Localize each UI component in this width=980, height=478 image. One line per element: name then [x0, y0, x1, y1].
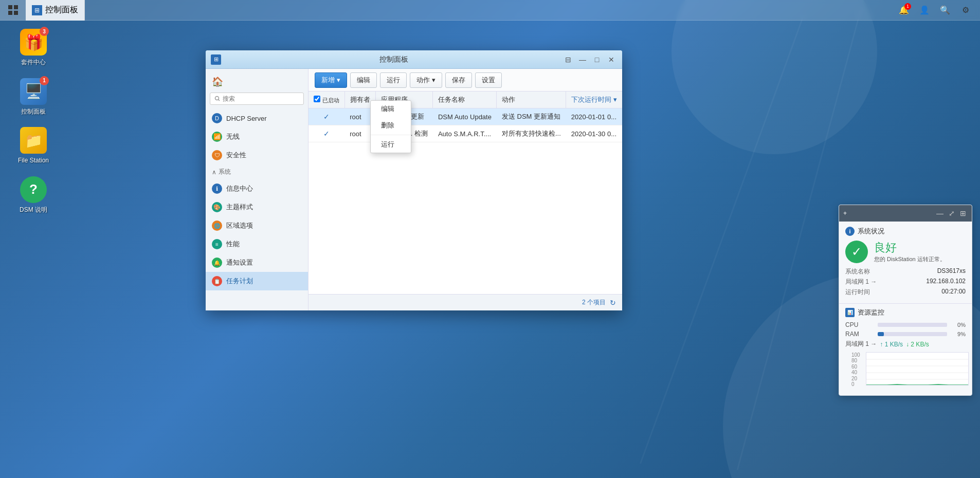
package-center-icon: 🎁 3	[20, 29, 47, 56]
network-label: 局域网 1 →	[845, 340, 877, 348]
desktop-icon-dsm-help[interactable]: ? DSM 说明	[10, 173, 57, 217]
sidebar-item-notification[interactable]: 🔔 通知设置	[206, 253, 308, 272]
resource-monitor-header: 📊 资源监控	[845, 308, 966, 317]
sidebar-item-theme[interactable]: 🎨 主题样式	[206, 198, 308, 216]
col-next-run-label: 下次运行时间 ▾	[571, 96, 617, 103]
row1-task-cell: DSM Auto Update	[433, 108, 497, 125]
cpu-row: CPU 0%	[845, 321, 966, 328]
notification-button[interactable]: 🔔 1	[896, 2, 912, 19]
row2-action-cell: 对所有支持快速检...	[497, 125, 566, 142]
window-close-button[interactable]: ✕	[606, 54, 617, 65]
taskbar-control-panel[interactable]: ⊞ 控制面板	[26, 0, 85, 21]
desktop-icons-area: 🎁 3 套件中心 🖥️ 1 控制面板 📁 File Station ?	[10, 26, 57, 217]
system-status-widget: + — ⤢ ⊞ i 系统状况 ✓ 良好 您的 DiskStation 运转正常。	[839, 205, 972, 396]
widget-settings-button[interactable]: ⊞	[958, 209, 968, 217]
status-row-sysname: 系统名称 DS3617xs	[845, 267, 966, 276]
bg-decoration	[672, 0, 877, 154]
ram-row: RAM 9%	[845, 330, 966, 338]
taskbar-right: 🔔 1 👤 🔍 ⚙	[896, 2, 980, 19]
sidebar-item-wireless[interactable]: 📶 无线	[206, 127, 308, 146]
new-label: 新增	[321, 76, 335, 85]
apps-grid-button[interactable]	[0, 0, 26, 21]
row2-checkmark: ✓	[323, 130, 330, 138]
sidebar-item-task-scheduler[interactable]: 📋 任务计划	[206, 272, 308, 290]
context-menu: 编辑 删除 运行	[370, 100, 411, 153]
network-chart-svg	[866, 352, 969, 385]
wireless-icon: 📶	[212, 132, 222, 142]
options-button[interactable]: ⚙	[957, 2, 974, 19]
apps-grid-icon	[8, 5, 18, 15]
security-label: 安全性	[226, 151, 246, 160]
row1-task: DSM Auto Update	[438, 113, 492, 121]
performance-label: 性能	[226, 240, 240, 249]
col-header-next-run[interactable]: 下次运行时间 ▾	[566, 91, 622, 108]
settings-label: 设置	[482, 76, 495, 85]
edit-label: 编辑	[357, 76, 370, 85]
context-menu-delete[interactable]: 删除	[371, 117, 411, 134]
row1-action-cell: 发送 DSM 更新通知	[497, 108, 566, 125]
table-row[interactable]: ✓ root S.M.A.R.T. 检测 Auto S.M.A.R.T....	[308, 125, 622, 142]
desktop-icon-control-panel[interactable]: 🖥️ 1 控制面板	[10, 75, 57, 119]
sidebar-item-security[interactable]: 🛡 安全性	[206, 146, 308, 164]
col-owner-label: 拥有者	[350, 96, 370, 103]
resource-monitor-section: 📊 资源监控 CPU 0% RAM 9% 局域网 1	[839, 304, 972, 395]
action-dropdown-icon: ▾	[432, 76, 435, 84]
network-chart: 100 80 60 40 20 0	[845, 350, 966, 391]
dsm-help-icon: ?	[20, 176, 47, 203]
desktop-icon-package-center[interactable]: 🎁 3 套件中心	[10, 26, 57, 70]
save-label: 保存	[452, 76, 465, 85]
sidebar-item-region[interactable]: 🌐 区域选项	[206, 216, 308, 235]
sysname-value: DS3617xs	[937, 267, 966, 276]
theme-icon: 🎨	[212, 202, 222, 212]
action-button[interactable]: 动作 ▾	[410, 72, 442, 88]
control-panel-icon: 🖥️ 1	[20, 78, 47, 105]
search-button[interactable]: 🔍	[937, 2, 953, 19]
sidebar-item-info-center[interactable]: ℹ 信息中心	[206, 179, 308, 198]
new-button[interactable]: 新增 ▾	[315, 72, 347, 88]
cpu-bar-container	[878, 323, 947, 327]
widget-titlebar: + — ⤢ ⊞	[839, 205, 972, 222]
sidebar-section-system[interactable]: ∧ 系统	[206, 164, 308, 179]
control-panel-taskbar-icon: ⊞	[32, 5, 42, 15]
sidebar-home-button[interactable]: 🏠	[206, 73, 308, 90]
system-status-title: 系统状况	[858, 227, 884, 236]
sidebar-item-performance[interactable]: ≡ 性能	[206, 235, 308, 253]
dhcp-icon: D	[212, 113, 222, 123]
settings-button[interactable]: 设置	[475, 72, 502, 88]
context-menu-edit[interactable]: 编辑	[371, 101, 411, 117]
window-minimize-button[interactable]: —	[577, 54, 588, 65]
widget-expand-button[interactable]: ⤢	[947, 209, 956, 217]
run-button[interactable]: 运行	[380, 72, 407, 88]
col-header-task[interactable]: 任务名称	[433, 91, 497, 108]
user-button[interactable]: 👤	[916, 2, 933, 19]
wireless-label: 无线	[226, 132, 240, 141]
status-row-lan: 局域网 1 → 192.168.0.102	[845, 278, 966, 286]
task-scheduler-label: 任务计划	[226, 277, 253, 286]
sidebar-item-dhcp[interactable]: D DHCP Server	[206, 109, 308, 127]
col-header-action[interactable]: 动作	[497, 91, 566, 108]
taskbar-app-label: 控制面板	[45, 5, 78, 15]
home-icon: 🏠	[212, 76, 223, 87]
ram-bar	[878, 332, 884, 336]
window-maximize-button[interactable]: □	[591, 54, 603, 65]
col-action-label: 动作	[502, 96, 515, 103]
lan-label: 局域网 1 →	[845, 278, 877, 286]
widget-minimize-button[interactable]: —	[935, 209, 945, 217]
col-header-enabled: 已启动	[308, 91, 344, 108]
context-menu-run[interactable]: 运行	[371, 136, 411, 153]
table-row[interactable]: ✓ root DSM 自动更新 DSM Auto Update	[308, 108, 622, 125]
select-all-checkbox[interactable]	[314, 96, 320, 102]
edit-button[interactable]: 编辑	[350, 72, 377, 88]
sidebar-search-input[interactable]	[210, 93, 304, 105]
save-button[interactable]: 保存	[445, 72, 472, 88]
uptime-label: 运行时间	[845, 288, 870, 297]
desktop-icon-file-station[interactable]: 📁 File Station	[10, 124, 57, 168]
refresh-button[interactable]: ↻	[610, 299, 616, 307]
widget-controls: — ⤢ ⊞	[935, 209, 968, 217]
lan-value: 192.168.0.102	[926, 278, 966, 286]
notification-sidebar-icon: 🔔	[212, 258, 222, 268]
window-pin-button[interactable]: ⊟	[562, 54, 574, 65]
window-controls: ⊟ — □ ✕	[562, 54, 617, 65]
system-section-label: 系统	[219, 168, 231, 176]
task-table: 已启动 拥有者 应用程序 任务名称	[308, 91, 622, 142]
